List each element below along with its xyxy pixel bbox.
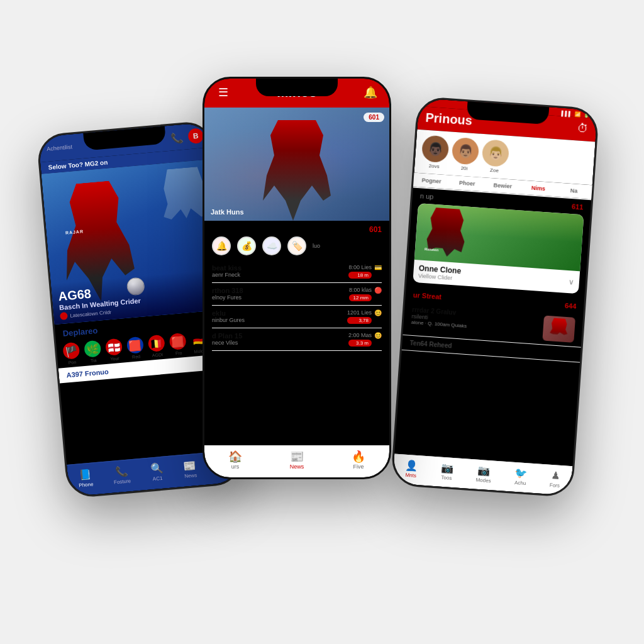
middle-nav-five-icon: 🔥 [352,451,365,462]
card-player: Ratuten [421,207,472,264]
phone-right-screen: ▌▌▌ 📶 🔋 Prinous ⏱ 👨🏿 2ovs [392,98,597,496]
main-card-text: Onne Clone Viellow Clider [418,264,462,282]
chat-preview-1: elnoy Fures [212,294,349,301]
left-nav-fosture-icon: 📞 [114,465,128,479]
left-nav-ac1[interactable]: 🔍 AC1 [150,462,164,482]
phone-middle-notch [256,79,338,96]
right-header-title: Prinous [425,111,473,128]
chat-preview-0: aenr Fneck [212,272,348,278]
right-nav-toos[interactable]: 📷 Toos [440,462,454,481]
right-section-count: 611 [572,203,584,211]
chat-count-3: 3.3 m [348,340,372,347]
bell-icon[interactable]: 🔔 [362,84,379,101]
chat-right-0: 8:00 Lies 18 m [348,264,372,279]
flag-item-0: 🏴 Pon [62,342,80,365]
middle-score: 601 [364,113,384,122]
chevron-down-icon[interactable]: ∨ [568,277,574,287]
chat-name-1: rthon 318 [212,287,349,294]
chat-count-2: 3,78 [347,317,372,324]
right-nav-fors[interactable]: ♟ Fors [550,469,561,489]
right-bottom-nav: 👤 Mnts 📷 Toos 📷 Modes 🐦 Achu ♟ For [392,453,573,496]
right-nav-mnts-icon: 👤 [405,459,418,472]
flag-item-4: 🇧🇪 AGDI [148,335,166,358]
chat-icon-3: 😊 [374,332,382,339]
phone-middle-screen: ☰ Minos 🔔 601 Jatk Huns eto 601 [204,79,389,477]
chat-item-3[interactable]: d Plan 15 nece Viles 2:00 Mas 3.3 m 😊 [212,328,382,351]
flag-emoji-3: 🟥 [128,338,142,352]
right-nav-achu-label: Achu [514,480,526,486]
avatar-emoji-0: 👨🏿 [427,141,444,157]
middle-nav-news-label: News [290,464,304,470]
left-nav-news1-label: News [184,472,197,479]
right-nav-achu[interactable]: 🐦 Achu [514,467,528,486]
left-header-right: 📞 B [170,128,204,145]
left-hero: RAJAR ✓ AG68 Basch In Wealting Crider La… [42,159,226,325]
left-nav-phone[interactable]: 📘 Phone [77,469,94,489]
avatar-label-2: Zoe [490,167,499,174]
middle-nav-five-label: Five [353,464,364,470]
icon-bubble-3[interactable]: ☁️ [262,236,281,255]
flag-label-2: Your [110,356,119,361]
left-nav-news1[interactable]: 📰 News [183,459,197,479]
chat-time-1: 8:00 klas [349,287,372,293]
right-nav-modes-icon: 📷 [477,464,491,477]
icon-bubble-1[interactable]: 🔔 [212,236,231,255]
phones-container: Achentilist 📞 B Selow Too? MG2 on [39,39,605,605]
chat-item-1[interactable]: rthon 318 elnoy Fures 8:00 klas 12 mm 🔴 [212,283,382,306]
flag-label-0: Pon [68,360,76,365]
chat-icon-2: 😊 [374,309,382,316]
chat-item-3-left: d Plan 15 nece Viles [212,332,348,346]
middle-nav-urs-icon: 🏠 [228,451,242,462]
flag-circle-0: 🏴 [62,342,80,360]
flag-circle-2: 🏴󠁧󠁢󠁥󠁮󠁧󠁿 [105,338,123,356]
menu-icon[interactable]: ☰ [214,84,232,101]
main-card-image: Ratuten [414,203,584,271]
phone-icon[interactable]: 📞 [170,131,184,144]
flag-emoji-1: 🌿 [86,342,99,355]
icon-row-label: luo [313,243,320,249]
chat-preview-3: nece Viles [212,340,348,346]
left-header-subtitle: Achentilist [47,143,73,152]
flag-emoji-4: 🇧🇪 [150,337,164,350]
avatar-item-1[interactable]: 👨🏽 20i [451,137,480,172]
chat-count-1: 12 mm [349,294,372,301]
avatar-emoji-2: 👨🏼 [487,145,504,162]
avatar-circle-1: 👨🏽 [452,137,480,165]
signal-icon: ▌▌▌ [561,111,572,117]
flag-item-3: 🟥 Red [126,336,145,360]
chat-time-2: 1201 Lies [347,309,372,316]
right-nav-achu-icon: 🐦 [514,467,528,479]
middle-hero: 601 Jatk Huns [204,108,389,221]
avatar-item-0[interactable]: 👨🏿 2ovs [421,135,450,170]
right-clock-icon[interactable]: ⏱ [577,122,589,136]
flag-item-2: 🏴󠁧󠁢󠁥󠁮󠁧󠁿 Your [105,338,123,362]
right-nav-modes[interactable]: 📷 Modes [475,464,492,484]
icon-bubble-2[interactable]: 💰 [237,236,256,255]
middle-nav-five[interactable]: 🔥 Five [352,451,365,470]
flag-emoji-5: 🟥 [171,335,185,348]
chat-item-0[interactable]: beat kiss aenr Fneck 8:00 Lies 18 m 💳 [212,260,382,283]
news-section-count: 644 [565,302,577,310]
avatar-circle-2: 👨🏼 [482,139,510,167]
avatar-item-2[interactable]: 👨🏼 Zoe [481,139,510,174]
battery-icon: 🔋 [583,112,590,118]
left-nav-news1-icon: 📰 [183,459,197,472]
avatar-circle-0: 👨🏿 [421,135,450,163]
middle-section-header: eto 601 [204,221,389,234]
left-nav-fosture[interactable]: 📞 Fosture [113,465,131,485]
flag-label-3: Red [132,354,140,359]
flag-item-1: 🌿 Tia [84,340,102,364]
avatar-label-0: 2ovs [429,163,440,169]
flag-circle-4: 🇧🇪 [148,335,165,352]
chat-right-1: 8:00 klas 12 mm [349,287,372,301]
middle-nav-news[interactable]: 📰 News [290,451,304,470]
chat-item-2[interactable]: eklu ninbur Gures 1201 Lies 3,78 😊 [212,306,382,328]
flag-circle-1: 🌿 [84,340,101,358]
news-item-image [542,316,575,343]
chat-icon-1: 🔴 [374,287,382,294]
chat-count-0: 18 m [348,272,372,279]
middle-nav-urs[interactable]: 🏠 urs [228,451,242,470]
card-player-shape [421,207,472,264]
icon-bubble-4[interactable]: 🏷️ [287,236,306,255]
right-nav-mnts[interactable]: 👤 Mnts [404,459,418,479]
